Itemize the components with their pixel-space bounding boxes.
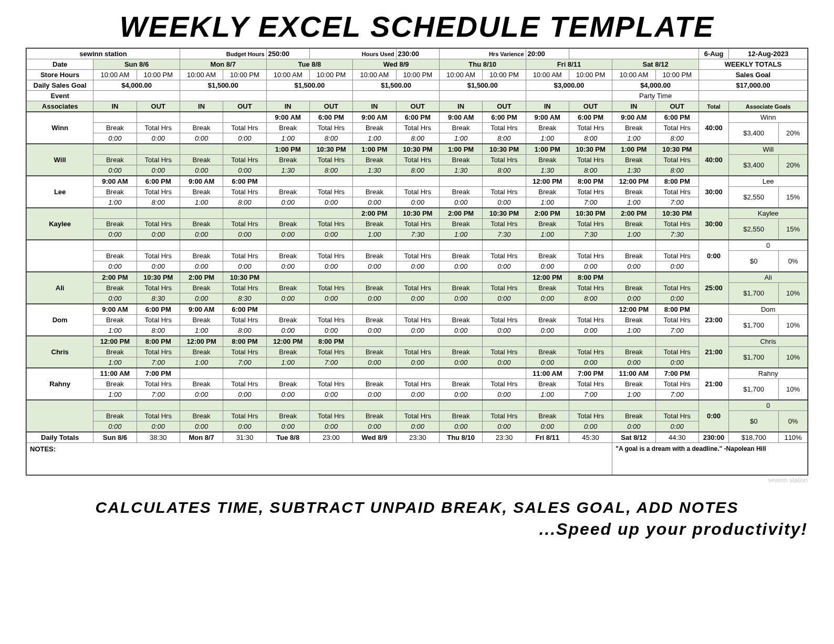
in-2-1: 9:00 AM — [180, 176, 223, 187]
in-3-2 — [266, 208, 309, 219]
hours-used-value: 230:00 — [396, 49, 439, 59]
totalhrs-label-2-2: Total Hrs — [309, 187, 352, 197]
break-label-4-1: Break — [180, 251, 223, 261]
in-2-3 — [353, 176, 396, 187]
out-7-5 — [569, 336, 612, 347]
break-8-4: 0:00 — [439, 389, 482, 400]
hrs-3-2: 0:00 — [309, 229, 352, 240]
in-header-0: IN — [93, 101, 137, 112]
hrs-8-1: 0:00 — [223, 389, 266, 400]
totalhrs-label-2-0: Total Hrs — [137, 187, 180, 197]
break-label-8-5: Break — [526, 379, 569, 389]
totalhrs-label-8-4: Total Hrs — [483, 379, 526, 389]
grand-total-goal: $18,700 — [729, 432, 779, 443]
goal-name-0: Winn — [729, 112, 808, 123]
out-4-5 — [569, 240, 612, 251]
associate-total-3: 30:00 — [699, 208, 728, 240]
close-1: 10:00 PM — [223, 70, 266, 80]
in-6-4 — [439, 304, 482, 315]
goal-amount-7: $1,700 — [729, 347, 779, 368]
close-0: 10:00 PM — [137, 70, 180, 80]
goal-amount-2: $2,550 — [729, 187, 779, 208]
hrs-1-6: 8:00 — [655, 165, 699, 176]
break-label-5-2: Break — [266, 283, 309, 293]
out-9-6 — [655, 400, 699, 411]
break-label-0-1: Break — [180, 123, 223, 133]
out-3-3: 10:30 PM — [396, 208, 439, 219]
out-0-5: 6:00 PM — [569, 112, 612, 123]
out-8-5: 7:00 PM — [569, 368, 612, 379]
out-2-2 — [309, 176, 352, 187]
hrs-9-1: 0:00 — [223, 421, 266, 432]
associate-name-5: Ali — [27, 272, 93, 304]
break-1-0: 0:00 — [93, 165, 137, 176]
totalhrs-label-1-5: Total Hrs — [569, 155, 612, 165]
out-5-1: 10:30 PM — [223, 272, 266, 283]
associate-name-7: Chris — [27, 336, 93, 368]
totalhrs-label-9-1: Total Hrs — [223, 411, 266, 421]
totalhrs-label-6-5: Total Hrs — [569, 315, 612, 325]
break-label-6-4: Break — [439, 315, 482, 325]
break-5-3: 0:00 — [353, 293, 396, 304]
event-4 — [439, 91, 526, 101]
break-label-3-5: Break — [526, 219, 569, 229]
in-9-1 — [180, 400, 223, 411]
totalhrs-label-6-4: Total Hrs — [483, 315, 526, 325]
break-label-1-1: Break — [180, 155, 223, 165]
daily-goal-2: $1,500.00 — [266, 80, 353, 91]
hrs-5-4: 0:00 — [483, 293, 526, 304]
break-6-2: 0:00 — [266, 325, 309, 336]
in-1-0 — [93, 144, 137, 155]
break-label-4-0: Break — [93, 251, 137, 261]
goal-name-5: Ali — [729, 272, 808, 283]
hrs-4-5: 0:00 — [569, 261, 612, 272]
in-3-4: 2:00 PM — [439, 208, 482, 219]
break-label-9-4: Break — [439, 411, 482, 421]
hrs-9-0: 0:00 — [137, 421, 180, 432]
out-9-1 — [223, 400, 266, 411]
break-7-3: 0:00 — [353, 357, 396, 368]
in-0-0 — [93, 112, 137, 123]
in-4-2 — [266, 240, 309, 251]
hrs-5-2: 0:00 — [309, 293, 352, 304]
hrs-6-1: 8:00 — [223, 325, 266, 336]
in-header-2: IN — [266, 101, 309, 112]
in-9-0 — [93, 400, 137, 411]
hrs-5-6: 0:00 — [655, 293, 699, 304]
day-header-1: Mon 8/7 — [180, 59, 266, 70]
totalhrs-label-7-1: Total Hrs — [223, 347, 266, 357]
break-label-0-4: Break — [439, 123, 482, 133]
totalhrs-label-4-1: Total Hrs — [223, 251, 266, 261]
associate-total-0: 40:00 — [699, 112, 728, 144]
hrs-7-4: 0:00 — [483, 357, 526, 368]
out-7-3 — [396, 336, 439, 347]
hrs-4-3: 0:00 — [396, 261, 439, 272]
break-label-6-1: Break — [180, 315, 223, 325]
break-1-5: 1:30 — [526, 165, 569, 176]
in-1-4: 1:00 PM — [439, 144, 482, 155]
break-6-5: 0:00 — [526, 325, 569, 336]
in-8-5: 11:00 AM — [526, 368, 569, 379]
break-0-1: 0:00 — [180, 133, 223, 144]
break-4-2: 0:00 — [266, 261, 309, 272]
hrs-8-2: 0:00 — [309, 389, 352, 400]
daily-total-1: 31:30 — [223, 432, 266, 443]
hrs-7-5: 0:00 — [569, 357, 612, 368]
open-6: 10:00 AM — [612, 70, 655, 80]
break-label-4-3: Break — [353, 251, 396, 261]
break-9-6: 0:00 — [612, 421, 655, 432]
break-0-5: 1:00 — [526, 133, 569, 144]
break-1-1: 0:00 — [180, 165, 223, 176]
break-0-2: 1:00 — [266, 133, 309, 144]
in-3-0 — [93, 208, 137, 219]
break-label-2-4: Break — [439, 187, 482, 197]
break-label-9-0: Break — [93, 411, 137, 421]
associate-name-3: Kaylee — [27, 208, 93, 240]
close-3: 10:00 PM — [396, 70, 439, 80]
hrs-8-3: 0:00 — [396, 389, 439, 400]
goal-amount-9: $0 — [729, 411, 779, 432]
in-5-5: 12:00 PM — [526, 272, 569, 283]
goal-name-2: Lee — [729, 176, 808, 187]
break-6-3: 0:00 — [353, 325, 396, 336]
totalhrs-label-8-3: Total Hrs — [396, 379, 439, 389]
